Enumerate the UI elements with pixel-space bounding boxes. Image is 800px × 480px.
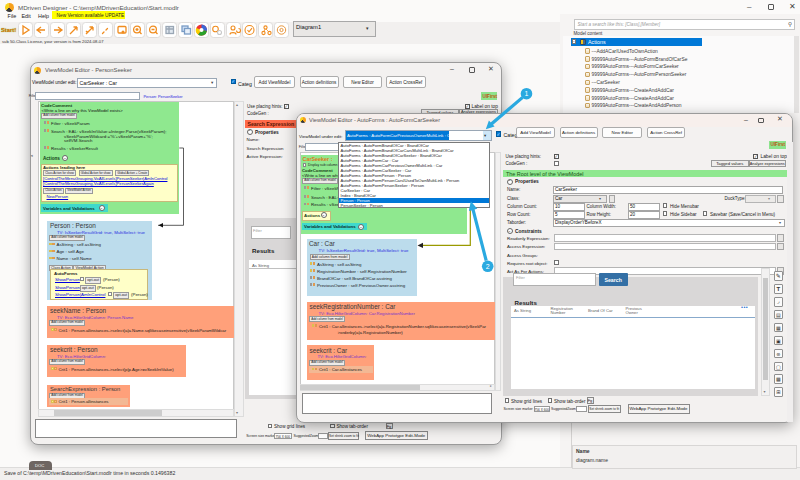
svg-text:2: 2 bbox=[486, 263, 490, 270]
svg-text:1: 1 bbox=[525, 90, 529, 97]
